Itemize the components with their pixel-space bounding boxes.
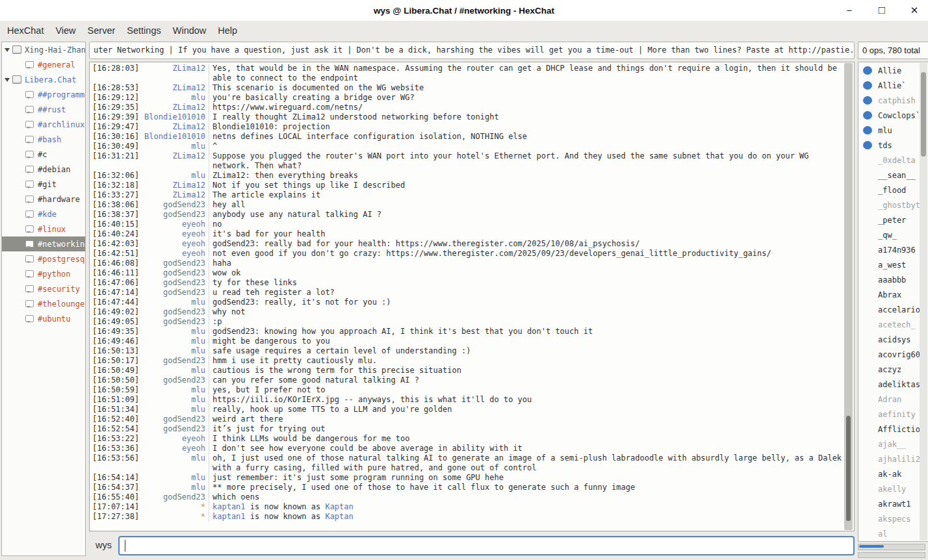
message-nick: mlu (143, 337, 209, 346)
message-text: u read teh register a lot? (209, 288, 843, 298)
user-list-item[interactable]: aczyz (858, 362, 928, 377)
user-list-item[interactable]: ajak__ (858, 437, 928, 452)
tree-item-general[interactable]: #general (2, 57, 85, 72)
topic-bar[interactable]: uter Networking | If you have a question… (89, 42, 855, 59)
chat-scrollbar[interactable] (844, 63, 853, 530)
user-list-item[interactable]: _0xdelta (858, 153, 928, 168)
tree-item-label: #kde (38, 210, 57, 219)
user-list-item[interactable]: mlu (858, 123, 928, 138)
user-list-item[interactable]: a174n936 (858, 242, 928, 257)
user-list-item[interactable]: Cowclops` (858, 108, 928, 123)
tree-item-postgresql[interactable]: #postgresql (2, 251, 85, 266)
tree-item-networking[interactable]: #networking (2, 236, 85, 251)
server-icon (12, 45, 21, 54)
expander-icon[interactable] (5, 48, 10, 52)
expander-icon[interactable] (5, 78, 10, 82)
tree-item-xinghaizhan[interactable]: Xing-Hai-Zhan (2, 42, 85, 57)
tree-item-thelounge[interactable]: #thelounge (2, 296, 85, 311)
minimize-icon[interactable]: − (844, 0, 855, 21)
tree-item-archlinux[interactable]: #archlinux (2, 117, 85, 132)
user-list-item[interactable]: Abrax (858, 287, 928, 302)
message-nick: eyeoh (143, 434, 209, 444)
message-time: [16:31:21] (90, 151, 143, 171)
chat-message: [16:30:49]mlu^ (90, 142, 843, 151)
user-list-item[interactable]: _peter (858, 212, 928, 227)
user-list-item[interactable]: _flood (858, 183, 928, 197)
message-nick: ZLima12 (143, 122, 209, 132)
tree-item-kde[interactable]: #kde (2, 207, 85, 222)
user-list-item[interactable]: akrawt1 (858, 496, 928, 511)
menu-item-view[interactable]: View (49, 22, 81, 39)
user-list-item[interactable]: acetech_ (858, 317, 928, 332)
menu-item-hexchat[interactable]: HexChat (1, 22, 49, 39)
user-list-item[interactable]: _qw_ (858, 227, 928, 242)
tree-item-security[interactable]: #security (2, 281, 85, 296)
user-list-item[interactable]: ak-ak (858, 466, 928, 481)
hexchat-window: wys @ Libera.Chat / #networking - HexCha… (0, 0, 928, 40)
user-list-hscrollbar-2[interactable] (858, 552, 925, 558)
message-time: [16:46:08] (90, 259, 143, 268)
user-list-item[interactable]: accelario (858, 302, 928, 317)
user-list-item[interactable]: _ghostbyt (858, 197, 928, 212)
chat-scrollbar-thumb[interactable] (846, 416, 851, 521)
menu-item-window[interactable]: Window (167, 22, 213, 39)
tree-item-ubuntu[interactable]: #ubuntu (2, 311, 85, 326)
chat-message: [16:52:54]godSend23it’s just for trying … (90, 424, 843, 434)
menu-item-settings[interactable]: Settings (121, 22, 166, 39)
message-text: Yes, that would be in the WAN namespace.… (209, 64, 843, 83)
message-text: why not (209, 307, 843, 317)
chat-message: [16:46:11]godSend23wow ok (90, 268, 843, 278)
tree-item-programming[interactable]: ##programming (2, 87, 85, 102)
user-list-hscrollbar-thumb[interactable] (859, 545, 884, 548)
channel-icon (25, 91, 34, 98)
message-time: [16:28:03] (90, 64, 143, 83)
tree-item-python[interactable]: #python (2, 266, 85, 281)
tree-item-liberachat[interactable]: Libera.Chat (2, 72, 85, 87)
message-time: [16:32:06] (90, 171, 143, 181)
user-list-item[interactable]: adeliktas (858, 377, 928, 392)
user-list-item[interactable]: ajhalili2 (858, 452, 928, 466)
user-list-item[interactable]: a_west (858, 257, 928, 272)
chat-message: [16:28:03]ZLima12Yes, that would be in t… (90, 64, 843, 83)
user-list-item[interactable]: __sean__ (858, 168, 928, 183)
tree-item-debian[interactable]: #debian (2, 162, 85, 177)
tree-item-linux[interactable]: #linux (2, 222, 85, 236)
message-nick: mlu (143, 346, 209, 356)
user-list-item[interactable]: aefinity (858, 407, 928, 422)
user-list-item[interactable]: catphish (858, 93, 928, 108)
chat-message: [16:32:18]ZLima12Not if you set things u… (90, 181, 843, 190)
tree-item-rust[interactable]: ##rust (2, 102, 85, 117)
user-name: catphish (878, 96, 916, 105)
user-list-item[interactable]: tds (858, 138, 928, 153)
user-list-item[interactable]: al (858, 526, 928, 541)
chat-message: [17:27:38]*kaptan1 is now known as Kapta… (90, 512, 843, 522)
menu-item-help[interactable]: Help (212, 22, 243, 39)
user-list-item[interactable]: akelly (858, 481, 928, 496)
maximize-icon[interactable]: □ (876, 0, 888, 21)
tree-item-bash[interactable]: #bash (2, 132, 85, 147)
tree-item-hardware[interactable]: #hardware (2, 192, 85, 207)
user-list-scrollbar-thumb[interactable] (921, 72, 926, 157)
message-input[interactable] (118, 536, 855, 555)
tree-item-git[interactable]: #git (2, 177, 85, 192)
tree-item-c[interactable]: #c (2, 147, 85, 162)
user-list-item[interactable]: aaabbb (858, 272, 928, 287)
close-icon[interactable]: ✕ (909, 0, 920, 21)
user-list-item[interactable]: acovrig60 (858, 347, 928, 362)
user-list-item[interactable]: Adran (858, 392, 928, 407)
message-time: [16:52:40] (90, 414, 143, 424)
message-time: [16:42:51] (90, 249, 143, 259)
user-list-item[interactable]: Allie (858, 63, 928, 78)
user-list-item[interactable]: acidsys (858, 332, 928, 347)
message-time: [16:29:12] (90, 93, 143, 103)
user-name: Adran (878, 395, 901, 404)
user-list-item[interactable]: Afflictio (858, 422, 928, 437)
user-list-hscrollbar[interactable] (858, 544, 925, 550)
user-list-scrollbar[interactable] (920, 63, 927, 541)
chat-message: [16:32:06]mluZLima12: then everything br… (90, 171, 843, 181)
user-list-item[interactable]: akspecs (858, 511, 928, 526)
menu-item-server[interactable]: Server (82, 22, 122, 39)
user-list-item[interactable]: Allie` (858, 78, 928, 93)
channel-icon (25, 196, 34, 203)
server-icon (12, 75, 21, 84)
